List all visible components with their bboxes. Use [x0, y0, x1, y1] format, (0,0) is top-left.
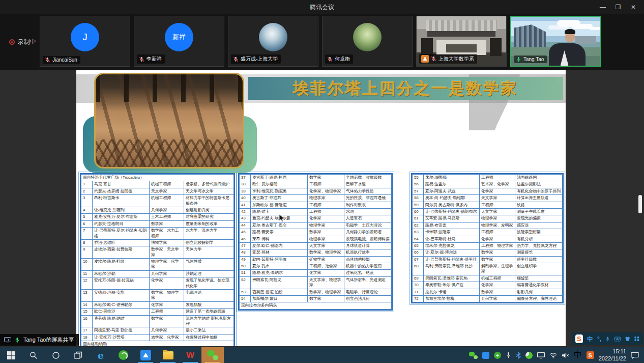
profession: 天文学家 — [308, 242, 344, 249]
row-number: 65 — [413, 242, 424, 249]
row-number: 8 — [81, 239, 93, 246]
person-name: 约瑟夫·拉格朗日 — [93, 220, 150, 227]
maximize-button[interactable]: ❐ — [610, 0, 626, 14]
participant-tile[interactable]: 何卓衡 — [322, 16, 413, 67]
taskbar-search-button[interactable] — [22, 347, 45, 363]
sogou-logo-icon[interactable]: S — [575, 334, 583, 343]
tray-tencent-meeting-icon[interactable] — [482, 352, 489, 359]
table-row: 56 路易·达盖尔 艺术家、化学家 达盖尔摄影法 — [413, 181, 563, 188]
row-number: 14 — [81, 301, 93, 308]
tray-display-icon[interactable] — [537, 352, 545, 358]
ime-mode-button[interactable]: 中 — [587, 336, 593, 342]
action-center-button[interactable] — [631, 352, 639, 359]
stage-scrollbar-thumb[interactable] — [638, 195, 642, 213]
tray-sogou-icon[interactable]: S — [587, 351, 594, 359]
mic-on-icon — [516, 57, 521, 62]
participant-tile[interactable]: 盛万成-上海大学 — [228, 16, 318, 67]
ime-skin-icon[interactable] — [625, 336, 630, 342]
profession: 数学家 — [480, 249, 515, 256]
clock-date: 2022/11/22 — [599, 355, 626, 362]
contribution: 水泥 — [344, 208, 392, 215]
contribution: 达盖尔摄影法 — [515, 181, 563, 188]
system-tray: + 中 S 15:11 2022/11/22 — [469, 347, 644, 363]
close-button[interactable]: ✕ — [626, 0, 641, 14]
profession: 天文学家、物理学家 — [308, 276, 344, 289]
tray-bluetooth-icon[interactable] — [516, 352, 521, 359]
task-view-button[interactable] — [67, 347, 90, 363]
profession: 化学家 — [150, 277, 184, 290]
cortana-button[interactable] — [45, 347, 67, 363]
taskbar-wps-button[interactable]: W — [179, 347, 201, 363]
tray-antivirus-icon[interactable] — [525, 352, 533, 359]
table-row: 2 约瑟夫·杰罗姆·拉朗德 天文学家 天文学与水文学 — [81, 188, 234, 194]
ime-keyboard-icon[interactable] — [614, 337, 621, 342]
person-name: 西莫恩·德尼·泊松 — [251, 289, 308, 295]
person-name: 拉扎尔·卡诺 — [424, 289, 480, 295]
contribution: 机器执行效率 — [344, 249, 392, 256]
ime-toolbox-icon[interactable] — [634, 336, 639, 342]
tray-ime-mode-indicator[interactable]: 中 — [574, 350, 582, 360]
contribution: 人造宝石 — [344, 215, 392, 222]
person-name: 阿尔贝·奥古斯特·佩多内 — [424, 202, 480, 208]
participant-name: Tang Tao — [523, 57, 544, 62]
taskbar-edge-button[interactable]: e — [90, 347, 112, 363]
contribution: 气体折射率、光速测定 — [344, 276, 392, 289]
profession: 博物学家 — [150, 239, 184, 246]
ime-mic-icon[interactable] — [605, 336, 610, 342]
taskbar-wechat-button[interactable] — [201, 347, 224, 363]
participant-tile-video[interactable]: 上海大学数学系 — [416, 16, 507, 67]
person-name: 让·巴普蒂斯特·约瑟夫·傅里叶 — [424, 256, 480, 263]
ime-toolbar: S 中 °, — [572, 332, 643, 345]
contribution: 电磁理论 — [184, 290, 234, 302]
participant-tile[interactable]: J JiancaiSun — [40, 16, 130, 67]
tray-microphone-icon[interactable] — [506, 352, 511, 358]
taskbar-clock[interactable]: 15:11 2022/11/22 — [599, 348, 626, 362]
person-name: 安德烈·玛丽·安培 — [93, 290, 150, 302]
table-row: 11 米歇尔·沙勒 几何学家 沙勒定理 — [81, 270, 234, 277]
taskbar-accelerator-button[interactable] — [112, 347, 134, 363]
mouse-cursor — [279, 214, 285, 222]
profession: 几何学家 — [150, 207, 184, 213]
tray-wifi-icon[interactable] — [549, 352, 557, 358]
table-row: 64 让-巴蒂斯特·杜马 化学家 有机分析 — [413, 236, 563, 242]
tray-volume-muted-icon[interactable] — [562, 352, 569, 358]
avatar-photo — [259, 23, 287, 51]
person-name: 让-安托万·沙普塔 — [93, 334, 150, 341]
table-row: 66 让-夏尔·德·博尔达 数学家 测量摆长 — [413, 249, 563, 256]
table-section-header: 面向特洛卡代罗广场（Trocadéro） — [81, 175, 234, 181]
row-number: 5 — [81, 214, 93, 220]
profession: 工程师、物理学家 — [480, 242, 515, 249]
table-row: 10 皮埃尔·路易·杜隆 物理学家、化学家 气体性质 — [81, 259, 234, 271]
avatar: 新祥 — [165, 23, 193, 51]
contribution: 天文学与水文学 — [184, 188, 234, 194]
table-row: 39 亨利·维克托·勒尼奥 化学家、物理学家 气体热力学性质 — [240, 188, 392, 194]
profession: 工程师 — [480, 229, 515, 236]
contribution: 气体热力学性质 — [344, 188, 392, 194]
start-button[interactable] — [0, 347, 22, 363]
row-number: 43 — [240, 215, 251, 222]
tray-accelerator-icon[interactable]: + — [494, 352, 501, 359]
ime-punctuation-button[interactable]: °, — [597, 336, 601, 342]
table-row: 63 卡米耶·波隆索 工程师 波隆索型桁架 — [413, 229, 563, 236]
taskbar-tencent-meeting-button[interactable] — [134, 347, 157, 363]
table-row: 70 泰奥菲勒·朱尔·佩卢兹 化学家 编著普通化学教材 — [413, 282, 563, 289]
row-number: 15 — [81, 309, 93, 315]
minimize-button[interactable]: — — [595, 0, 610, 14]
row-number: 54 — [240, 296, 251, 302]
row-number: 10 — [81, 259, 93, 271]
profession: 物理学家、发明家 — [480, 222, 515, 229]
participant-tile-active-speaker[interactable]: Tang Tao — [510, 16, 601, 67]
table-row: 4 让-维克托·彭赛列 几何学家 创建射影几何 — [81, 207, 234, 213]
participant-tile[interactable]: 新祥 李新祥 — [134, 16, 224, 67]
profession: 数学家、物理学家 — [150, 290, 184, 302]
row-number: 52 — [240, 276, 251, 289]
section-footer-text: 面向拉布尔多内码头 — [240, 302, 392, 309]
person-name: 皮埃尔-西蒙·拉普拉斯 — [93, 246, 150, 259]
tray-wechat-icon[interactable] — [469, 352, 478, 359]
person-name: 加布里埃尔·拉梅 — [424, 296, 480, 302]
table-row: 13 安德烈·玛丽·安培 数学家、物理学家 电磁理论 — [81, 290, 234, 302]
contribution: 计算出海王星轨道 — [515, 195, 563, 202]
profession: 化学家、物理学家 — [308, 188, 344, 194]
person-name: 弗朗索瓦·泽维耶·索瓦热 — [424, 275, 480, 282]
taskbar-file-explorer-button[interactable] — [157, 347, 179, 363]
